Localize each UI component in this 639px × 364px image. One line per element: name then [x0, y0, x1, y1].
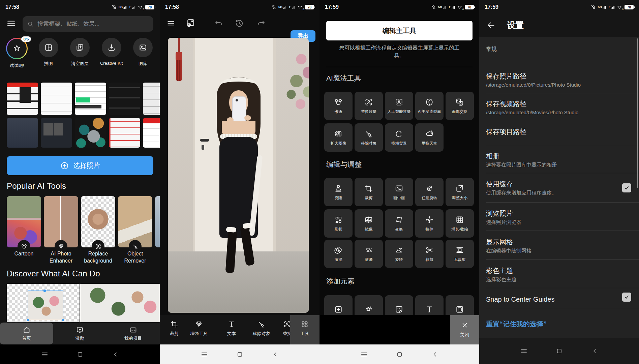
close-button[interactable]: 关闭 — [450, 315, 479, 344]
tool-tile-grow-shrink[interactable]: 增长-收缩 — [446, 209, 474, 238]
ai-tool-card-enhancer[interactable] — [44, 196, 78, 247]
search-input[interactable] — [37, 20, 149, 28]
status-bar: 17:58 5G E 6 78 — [160, 0, 320, 14]
setting-save-project-path[interactable]: 保存项目路径 — [486, 127, 526, 136]
toolbar-enhance[interactable]: 增强工具 — [186, 320, 212, 337]
setting-show-grid[interactable]: 显示网格 — [486, 238, 513, 247]
export-image-icon[interactable] — [185, 18, 195, 28]
selection-box[interactable] — [28, 291, 63, 320]
android-menu-icon[interactable] — [201, 351, 208, 358]
recent-project-thumbnail[interactable] — [143, 118, 160, 148]
tool-tile-clone[interactable]: 克隆 — [324, 178, 353, 206]
ai-tool-card-replace-background[interactable] — [81, 196, 115, 247]
quick-tool-creative-kit[interactable]: Creative Kit — [99, 38, 124, 69]
setting-use-cache[interactable]: 使用缓存 — [486, 180, 513, 189]
undo-icon[interactable] — [214, 19, 223, 28]
nav-rewards[interactable]: 激励 — [53, 323, 106, 344]
popular-ai-tools-title: Popular AI Tools — [7, 181, 66, 191]
history-icon[interactable] — [235, 19, 244, 28]
android-home-icon[interactable] — [236, 351, 244, 358]
tool-tile-replace-sky[interactable]: 更换天空 — [415, 123, 444, 152]
toolbar-tools[interactable]: 工具 — [292, 320, 317, 337]
sheet-subtitle: 您可以根据工作流程自定义编辑器主屏幕上显示的工具。 — [339, 44, 460, 59]
tool-tile-ripple[interactable]: 涟漪 — [355, 240, 383, 268]
quick-tool-try-ai[interactable]: 0/5 试试吧! — [4, 38, 30, 69]
tool-tile-free-rotate[interactable]: 任意旋转 — [415, 178, 444, 206]
recent-project-thumbnail[interactable] — [41, 83, 72, 115]
discover-image-transparent[interactable] — [7, 284, 80, 322]
use-cache-checkbox[interactable] — [622, 183, 631, 192]
recent-project-thumbnail[interactable] — [75, 118, 106, 148]
setting-snap-center-guides[interactable]: Snap to Center Guides — [486, 296, 554, 303]
recent-project-thumbnail[interactable] — [75, 83, 106, 115]
ai-tool-card-cartoon[interactable] — [7, 196, 41, 247]
ai-tool-card-partial[interactable] — [155, 196, 160, 247]
android-back-icon[interactable] — [271, 351, 279, 358]
reset-remember-choice-link[interactable]: 重置“记住我的选择” — [486, 320, 547, 329]
search-bar[interactable] — [23, 16, 153, 32]
tool-tile-no-crop[interactable]: 无裁剪 — [446, 240, 474, 268]
tool-tile-expand-image[interactable]: 扩大图像 — [324, 123, 353, 152]
tool-tile-crop[interactable]: 裁剪 — [355, 178, 383, 206]
tool-tile-ai-hair[interactable]: AI美发造型器 — [415, 92, 444, 120]
collage-icon — [44, 43, 53, 52]
android-menu-icon[interactable] — [41, 351, 49, 358]
tool-tile-pip[interactable]: 画中画 — [385, 178, 413, 206]
nav-home[interactable]: 首页 — [0, 323, 53, 344]
android-home-icon[interactable] — [396, 351, 403, 358]
tool-tile-remove-object[interactable]: 移除对象 — [355, 123, 383, 152]
setting-albums[interactable]: 相册 — [486, 152, 499, 161]
select-photos-button[interactable]: 选择照片 — [7, 156, 153, 175]
toolbar-remove-object[interactable]: 移除对象 — [249, 320, 274, 337]
tool-tile-stretch[interactable]: 拉伸 — [415, 209, 444, 238]
toolbar-text[interactable]: 文本 — [219, 320, 244, 337]
android-back-icon[interactable] — [431, 351, 439, 358]
recent-project-thumbnail[interactable] — [143, 83, 160, 115]
android-menu-icon[interactable] — [520, 347, 528, 355]
quick-tool-gallery[interactable]: 图库 — [130, 38, 156, 69]
redo-icon[interactable] — [257, 19, 266, 28]
recent-project-thumbnail[interactable] — [7, 118, 38, 148]
android-back-icon[interactable] — [112, 351, 119, 358]
menu-icon[interactable] — [6, 18, 16, 28]
tool-tile-swirl[interactable]: 漩涡 — [324, 240, 353, 268]
android-menu-icon[interactable] — [360, 351, 368, 358]
tool-tile-resize[interactable]: 调整大小 — [446, 178, 474, 206]
menu-icon[interactable] — [166, 19, 175, 28]
recent-project-thumbnail[interactable] — [41, 118, 72, 148]
android-home-icon[interactable] — [555, 347, 563, 355]
editor-top-bar: 导出 — [160, 14, 320, 38]
tool-tile-mirror[interactable]: 镜像 — [355, 209, 383, 238]
recent-project-thumbnail[interactable] — [109, 118, 140, 148]
tool-tile-rotate-skew[interactable]: 旋转 — [385, 240, 413, 268]
tool-tile-cut[interactable]: 裁剪 — [415, 240, 444, 268]
recent-project-thumbnail[interactable] — [109, 83, 140, 115]
tool-tile-replace-background[interactable]: 替换背景 — [355, 92, 383, 120]
tool-tile-ai-background[interactable]: 人工智能背景 — [385, 92, 413, 120]
nav-my-projects[interactable]: 我的项目 — [106, 323, 160, 344]
tool-tile-transform[interactable]: 变换 — [385, 209, 413, 238]
setting-color-theme[interactable]: 彩色主题 — [486, 266, 513, 275]
divider — [486, 93, 639, 93]
toolbar-crop[interactable]: 裁剪 — [161, 320, 187, 337]
ai-tool-cards-row — [7, 196, 160, 247]
quick-tool-collage[interactable]: 拼图 — [36, 38, 61, 69]
tool-tile-face-swap[interactable]: 面部交换 — [446, 92, 474, 120]
tool-tile-blur-background[interactable]: 模糊背景 — [385, 123, 413, 152]
discover-image-photo[interactable] — [80, 284, 160, 322]
setting-browse-photos[interactable]: 浏览照片 — [486, 209, 513, 218]
back-arrow-icon[interactable] — [487, 21, 495, 30]
scrollbar[interactable] — [637, 38, 638, 188]
android-back-icon[interactable] — [591, 347, 599, 355]
android-home-icon[interactable] — [76, 351, 84, 358]
quick-tool-clear-layers[interactable]: 清空图层 — [67, 38, 93, 69]
setting-save-photo-path[interactable]: 保存照片路径 — [486, 72, 526, 81]
tool-tile-shapes[interactable]: 形状 — [324, 209, 353, 238]
battery-indicator: 78 — [305, 5, 314, 9]
check-icon — [624, 185, 630, 191]
recent-project-thumbnail[interactable] — [7, 83, 38, 115]
tool-tile-cartoon[interactable]: 卡通 — [324, 92, 353, 120]
snap-guides-checkbox[interactable] — [622, 293, 631, 302]
setting-save-video-path[interactable]: 保存视频路径 — [486, 99, 526, 109]
ai-tool-card-object-remover[interactable] — [118, 196, 152, 247]
